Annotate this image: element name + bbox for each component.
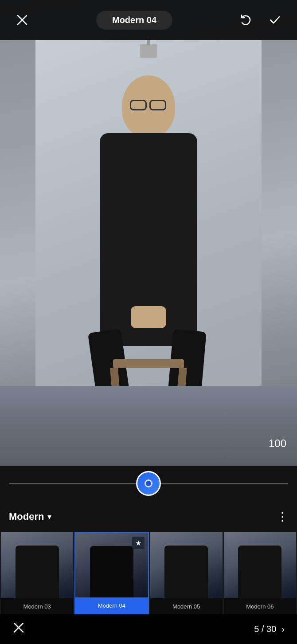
preset-section: Modern ▾ Set the profile amount ⋮ <box>0 501 297 532</box>
slider-thumb-inner <box>145 479 152 487</box>
slider-thumb[interactable] <box>136 471 161 496</box>
star-icon: ★ <box>132 537 145 549</box>
preset-category-label: Modern <box>9 511 44 522</box>
close-button[interactable] <box>12 10 32 30</box>
thumbnail-photo <box>150 532 223 598</box>
list-item[interactable]: Modern 06 <box>224 532 296 614</box>
thumbnail-person <box>16 546 59 598</box>
more-options-icon[interactable]: ⋮ <box>277 510 288 524</box>
person-subject <box>73 75 224 439</box>
thumbnail-label: Modern 06 <box>224 598 296 614</box>
page-title: Modern 04 <box>112 15 156 25</box>
slider-fill <box>9 483 148 484</box>
thumbnail-photo <box>224 532 296 598</box>
thumbnail-person <box>90 546 133 597</box>
counter-text: 5 / 30 <box>254 624 276 634</box>
slider-area[interactable] <box>0 466 297 501</box>
preset-category-group[interactable]: Modern ▾ <box>9 511 51 522</box>
bottom-bar: 5 / 30 › <box>0 614 297 644</box>
floor <box>0 386 297 466</box>
thumbnail-label: Modern 05 <box>150 598 223 614</box>
slider-track[interactable] <box>9 483 288 484</box>
photo-counter: 5 / 30 › <box>254 624 285 634</box>
ceiling-bracket <box>140 44 157 58</box>
thumbnail-photo <box>1 532 73 598</box>
photo-area: 100 <box>0 0 297 466</box>
slider-value-display: 100 <box>269 437 286 450</box>
thumbnail-label: Modern 03 <box>1 598 73 614</box>
bottom-close-button[interactable] <box>12 621 25 637</box>
thumbnail-person <box>164 546 208 598</box>
next-icon[interactable]: › <box>281 624 285 634</box>
thumbnail-strip: Modern 03 ★ Modern 04 Modern 05 Modern 0… <box>0 532 297 614</box>
confirm-button[interactable] <box>265 10 285 30</box>
thumbnail-person <box>238 546 281 598</box>
person-body <box>100 133 197 346</box>
thumbnail-label: Modern 04 <box>75 597 148 613</box>
chevron-down-icon[interactable]: ▾ <box>47 512 51 522</box>
list-item[interactable]: ★ Modern 04 <box>74 532 148 614</box>
top-bar: Modern 04 <box>0 0 297 40</box>
person-head <box>122 75 175 137</box>
undo-button[interactable] <box>237 10 256 30</box>
title-badge: Modern 04 <box>96 11 172 30</box>
list-item[interactable]: Modern 03 <box>1 532 73 614</box>
list-item[interactable]: Modern 05 <box>150 532 223 614</box>
